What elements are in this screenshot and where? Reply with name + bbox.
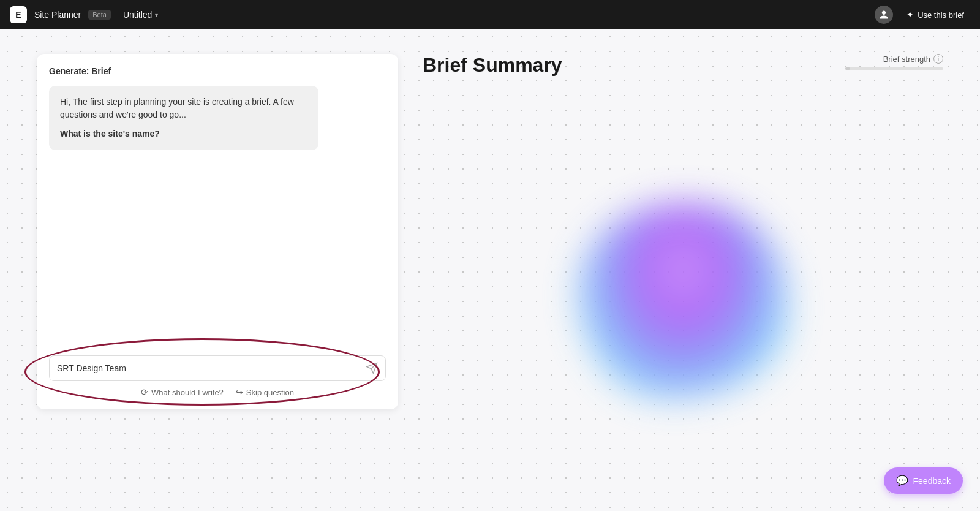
- use-brief-button[interactable]: ✦ Use this brief: [900, 6, 970, 23]
- chat-question: What is the site's name?: [60, 127, 307, 140]
- navbar: E Site Planner Beta Untitled ▾ ✦ Use thi…: [0, 0, 980, 29]
- left-panel: Generate: Brief Hi, The first step in pl…: [37, 54, 398, 486]
- brief-summary-header: Brief Summary Brief strength i: [423, 54, 943, 77]
- project-title: Untitled: [123, 10, 152, 20]
- right-panel: Brief Summary Brief strength i: [423, 54, 943, 486]
- strength-bar-fill: [845, 67, 850, 70]
- blob-container: [423, 113, 943, 486]
- beta-badge: Beta: [88, 10, 111, 20]
- suggest-icon: ⟳: [141, 387, 148, 397]
- chat-messages: Hi, The first step in planning your site…: [49, 86, 386, 355]
- chevron-down-icon: ▾: [155, 12, 158, 18]
- generate-card: Generate: Brief Hi, The first step in pl…: [37, 54, 398, 409]
- generate-title: Generate: Brief: [49, 66, 386, 76]
- gradient-blob: [579, 202, 787, 398]
- answer-input[interactable]: [57, 363, 366, 373]
- input-area: ⟳ What should I write? ↪ Skip question: [49, 355, 386, 397]
- main-area: Generate: Brief Hi, The first step in pl…: [0, 29, 980, 511]
- app-logo: E: [10, 6, 27, 23]
- bottom-actions: ⟳ What should I write? ↪ Skip question: [49, 387, 386, 397]
- text-input-row[interactable]: [49, 355, 386, 381]
- feedback-button[interactable]: 💬 Feedback: [884, 467, 963, 494]
- app-name: Site Planner: [34, 10, 81, 20]
- brief-strength-section: Brief strength i: [845, 54, 943, 70]
- skip-button[interactable]: ↪ Skip question: [236, 387, 294, 397]
- sparkle-icon: ✦: [907, 10, 914, 20]
- strength-bar: [845, 67, 943, 70]
- title-dropdown[interactable]: Untitled ▾: [123, 10, 158, 20]
- info-icon[interactable]: i: [933, 54, 943, 64]
- avatar[interactable]: [875, 6, 893, 24]
- feedback-icon: 💬: [896, 475, 908, 486]
- send-button[interactable]: [366, 362, 378, 374]
- chat-greeting: Hi, The first step in planning your site…: [60, 96, 307, 121]
- suggest-button[interactable]: ⟳ What should I write?: [141, 387, 224, 397]
- chat-bubble: Hi, The first step in planning your site…: [49, 86, 318, 150]
- brief-strength-label: Brief strength: [883, 55, 930, 64]
- skip-icon: ↪: [236, 387, 243, 397]
- brief-summary-title: Brief Summary: [423, 54, 562, 77]
